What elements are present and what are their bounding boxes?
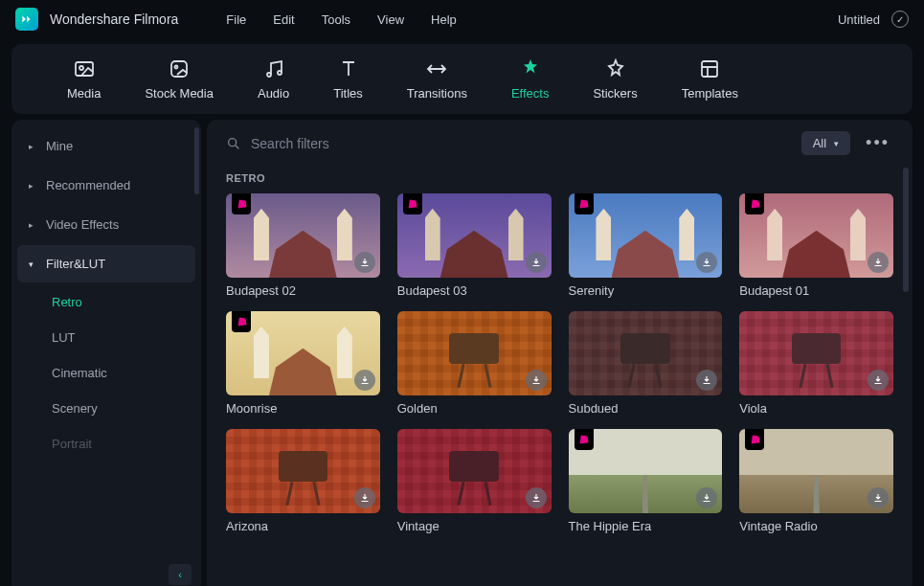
sidebar: ▸Mine ▸Recommended ▸Video Effects ▾Filte… bbox=[11, 120, 201, 586]
download-button[interactable] bbox=[354, 252, 375, 273]
download-button[interactable] bbox=[868, 487, 889, 508]
app-logo-icon bbox=[15, 8, 38, 31]
sidebar-scrollbar[interactable] bbox=[194, 127, 199, 194]
effect-card: Budapest 03 bbox=[397, 193, 552, 298]
filter-dropdown[interactable]: All ▾ bbox=[801, 131, 850, 155]
stickers-icon bbox=[604, 57, 627, 80]
download-button[interactable] bbox=[526, 252, 547, 273]
tab-titles[interactable]: Titles bbox=[333, 57, 363, 101]
download-button[interactable] bbox=[354, 487, 375, 508]
effect-card: Budapest 01 bbox=[739, 193, 893, 298]
effect-label: The Hippie Era bbox=[569, 519, 723, 533]
sidebar-item-filter-lut[interactable]: ▾Filter&LUT bbox=[17, 245, 195, 282]
search-icon bbox=[226, 136, 241, 151]
effect-card: Serenity bbox=[569, 193, 723, 298]
svg-point-1 bbox=[79, 66, 83, 70]
menu-edit[interactable]: Edit bbox=[273, 12, 294, 27]
tab-templates[interactable]: Templates bbox=[682, 57, 738, 101]
more-options-button[interactable]: ••• bbox=[862, 133, 893, 153]
save-status-icon[interactable]: ✓ bbox=[891, 11, 909, 28]
premium-gem-icon bbox=[403, 193, 422, 214]
download-button[interactable] bbox=[868, 370, 889, 391]
tab-effects[interactable]: Effects bbox=[511, 57, 550, 101]
effect-card: Subdued bbox=[569, 311, 723, 416]
effect-card: Budapest 02 bbox=[226, 193, 380, 298]
effect-thumbnail[interactable] bbox=[397, 429, 552, 513]
search-input[interactable]: Search filters bbox=[226, 132, 790, 155]
sidebar-item-video-effects[interactable]: ▸Video Effects bbox=[17, 206, 195, 243]
section-title: RETRO bbox=[226, 172, 893, 184]
effect-label: Budapest 01 bbox=[739, 283, 893, 298]
stock-media-icon bbox=[168, 57, 191, 80]
effect-thumbnail[interactable] bbox=[397, 311, 552, 395]
effect-label: Serenity bbox=[569, 283, 723, 298]
effect-card: Viola bbox=[739, 311, 893, 416]
search-placeholder: Search filters bbox=[251, 136, 329, 151]
sidebar-sub-scenery[interactable]: Scenery bbox=[17, 391, 195, 426]
effect-card: Vintage Radio bbox=[739, 429, 893, 533]
effect-label: Viola bbox=[739, 401, 893, 416]
tab-stickers[interactable]: Stickers bbox=[593, 57, 637, 101]
premium-gem-icon bbox=[575, 429, 594, 450]
sidebar-sub-portrait[interactable]: Portrait bbox=[17, 426, 195, 462]
effect-label: Golden bbox=[397, 401, 552, 416]
chevron-right-icon: ▸ bbox=[29, 220, 38, 230]
sidebar-item-recommended[interactable]: ▸Recommended bbox=[17, 167, 195, 204]
effect-card: The Hippie Era bbox=[569, 429, 723, 533]
chevron-down-icon: ▾ bbox=[834, 139, 839, 148]
templates-icon bbox=[698, 57, 721, 80]
tab-transitions[interactable]: Transitions bbox=[407, 57, 467, 101]
effect-thumbnail[interactable] bbox=[397, 193, 552, 278]
sidebar-item-mine[interactable]: ▸Mine bbox=[17, 127, 195, 165]
sidebar-collapse-button[interactable]: ‹ bbox=[169, 564, 192, 585]
effect-thumbnail[interactable] bbox=[569, 311, 723, 395]
content-panel: Search filters All ▾ ••• RETRO Budapest … bbox=[207, 120, 913, 586]
app-name: Wondershare Filmora bbox=[50, 11, 178, 27]
chevron-right-icon: ▸ bbox=[29, 181, 38, 191]
effect-thumbnail[interactable] bbox=[226, 311, 380, 395]
premium-gem-icon bbox=[745, 193, 764, 214]
titles-icon bbox=[337, 57, 360, 80]
effect-thumbnail[interactable] bbox=[739, 311, 893, 395]
effect-card: Arizona bbox=[226, 429, 380, 533]
menu-view[interactable]: View bbox=[377, 12, 404, 27]
sidebar-sub-retro[interactable]: Retro bbox=[17, 284, 195, 320]
menu-help[interactable]: Help bbox=[431, 12, 457, 27]
effect-thumbnail[interactable] bbox=[739, 429, 893, 513]
transitions-icon bbox=[425, 57, 448, 80]
effect-thumbnail[interactable] bbox=[226, 429, 380, 513]
tab-audio[interactable]: Audio bbox=[258, 57, 289, 101]
effect-label: Subdued bbox=[569, 401, 723, 416]
premium-gem-icon bbox=[745, 429, 764, 450]
sidebar-sub-cinematic[interactable]: Cinematic bbox=[17, 355, 195, 391]
effects-icon bbox=[519, 57, 542, 80]
effect-label: Arizona bbox=[226, 519, 380, 533]
effect-card: Golden bbox=[397, 311, 552, 416]
effect-thumbnail[interactable] bbox=[569, 429, 723, 513]
effect-thumbnail[interactable] bbox=[739, 193, 893, 278]
audio-icon bbox=[262, 57, 285, 80]
document-title: Untitled bbox=[838, 12, 880, 27]
effect-thumbnail[interactable] bbox=[569, 193, 723, 278]
effect-thumbnail[interactable] bbox=[226, 193, 380, 278]
svg-rect-5 bbox=[702, 61, 717, 77]
download-button[interactable] bbox=[526, 370, 547, 391]
effect-label: Vintage bbox=[397, 519, 552, 533]
download-button[interactable] bbox=[526, 487, 547, 508]
tab-stock-media[interactable]: Stock Media bbox=[145, 57, 214, 101]
content-scrollbar[interactable] bbox=[903, 168, 909, 292]
main-tabs: Media Stock Media Audio Titles Transitio… bbox=[11, 44, 913, 114]
download-button[interactable] bbox=[354, 370, 375, 391]
chevron-right-icon: ▸ bbox=[29, 142, 38, 151]
sidebar-sub-lut[interactable]: LUT bbox=[17, 320, 195, 355]
tab-media[interactable]: Media bbox=[67, 57, 101, 101]
chevron-down-icon: ▾ bbox=[29, 259, 38, 269]
effect-card: Vintage bbox=[397, 429, 552, 533]
titlebar: Wondershare Filmora File Edit Tools View… bbox=[0, 0, 924, 38]
menu-tools[interactable]: Tools bbox=[322, 12, 350, 27]
menu-bar: File Edit Tools View Help bbox=[226, 12, 456, 27]
menu-file[interactable]: File bbox=[226, 12, 246, 27]
effect-card: Moonrise bbox=[226, 311, 380, 416]
svg-point-4 bbox=[278, 71, 282, 75]
download-button[interactable] bbox=[868, 252, 889, 273]
